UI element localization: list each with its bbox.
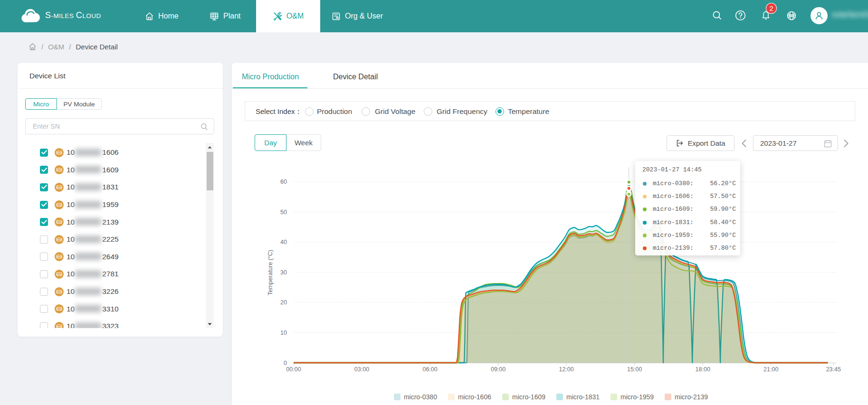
svg-text:18:00: 18:00 [696,366,710,373]
svg-text:12:00: 12:00 [559,366,573,373]
svg-text:30: 30 [280,269,287,276]
svg-text:15:00: 15:00 [627,366,642,373]
svg-text:10: 10 [280,330,287,336]
svg-text:06:00: 06:00 [422,366,437,373]
svg-text:23:45: 23:45 [826,366,841,373]
svg-text:0: 0 [284,360,287,367]
svg-text:09:00: 09:00 [491,366,506,373]
svg-text:60: 60 [280,179,287,185]
svg-text:21:00: 21:00 [763,366,778,373]
svg-text:03:00: 03:00 [354,366,369,373]
svg-text:20: 20 [280,299,287,306]
svg-text:00:00: 00:00 [286,366,301,373]
svg-text:40: 40 [280,239,287,245]
svg-text:50: 50 [280,209,287,216]
